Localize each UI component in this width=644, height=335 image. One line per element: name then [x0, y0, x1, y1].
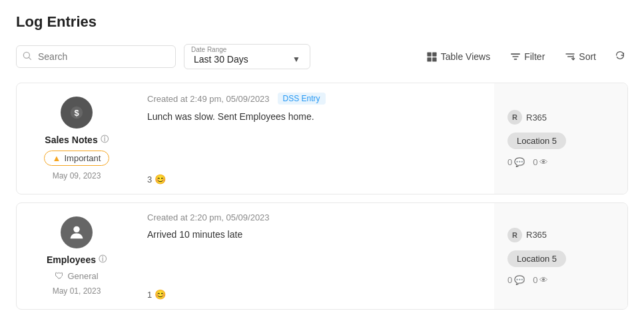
entry-content-2: Arrived 10 minutes late: [147, 229, 483, 240]
table-views-button[interactable]: Table Views: [422, 49, 494, 65]
entry-icon-1: $: [61, 97, 93, 129]
table-views-icon: [426, 51, 438, 63]
views-count-1: 0 👁: [533, 157, 548, 167]
search-icon: [23, 51, 31, 62]
table-views-label: Table Views: [441, 51, 490, 62]
entry-footer-2: 1 😊: [147, 289, 483, 300]
refresh-icon: [615, 50, 625, 61]
dss-badge-1: DSS Entry: [278, 93, 326, 105]
comment-icon-1: 💬: [514, 157, 525, 167]
entry-right-footer-1: 0 💬 0 👁: [507, 157, 548, 167]
r365-badge-1: R R365: [507, 110, 547, 125]
warning-icon: ▲: [53, 153, 61, 163]
svg-point-14: [73, 226, 79, 232]
toolbar-right: Table Views Filter Sort: [422, 47, 628, 66]
location-pill-1[interactable]: Location 5: [507, 133, 566, 149]
r365-circle-2: R: [507, 228, 522, 242]
entry-category-2: Employees ⓘ: [47, 254, 107, 265]
entry-left-1: $ Sales Notes ⓘ ▲ Important May 09, 2023: [17, 83, 137, 194]
reaction-count-1: 3 😊: [147, 174, 166, 184]
sort-button[interactable]: Sort: [561, 49, 600, 65]
general-badge-2: 🛡 General: [55, 270, 98, 281]
sort-icon: [565, 51, 575, 62]
svg-rect-3: [432, 52, 436, 56]
r365-circle-1: R: [507, 110, 522, 125]
info-icon-1[interactable]: ⓘ: [101, 134, 109, 145]
entry-main-2: Created at 2:20 pm, 05/09/2023 Arrived 1…: [137, 203, 494, 309]
comments-count-2: 0 💬: [507, 275, 525, 285]
entry-created-1: Created at 2:49 pm, 05/09/2023: [147, 94, 270, 104]
toolbar: Date Range Last 30 Days ▼ Table Views F: [16, 44, 628, 69]
svg-rect-5: [432, 57, 436, 61]
log-entry-2: Employees ⓘ 🛡 General May 01, 2023 Creat…: [16, 202, 628, 310]
entry-date-2: May 01, 2023: [53, 286, 101, 296]
location-pill-2[interactable]: Location 5: [507, 250, 566, 267]
entry-left-2: Employees ⓘ 🛡 General May 01, 2023: [17, 203, 137, 309]
entry-footer-1: 3 😊: [147, 174, 483, 184]
view-icon-1: 👁: [539, 157, 548, 167]
info-icon-2[interactable]: ⓘ: [99, 254, 107, 265]
page-title: Log Entries: [16, 13, 628, 31]
svg-rect-2: [427, 52, 431, 56]
r365-badge-2: R R365: [507, 228, 547, 242]
svg-line-1: [29, 57, 31, 59]
log-entry-1: $ Sales Notes ⓘ ▲ Important May 09, 2023…: [16, 83, 628, 194]
entry-main-1: Created at 2:49 pm, 05/09/2023 DSS Entry…: [137, 83, 494, 194]
entry-content-1: Lunch was slow. Sent Employees home.: [147, 111, 483, 122]
entries-list: $ Sales Notes ⓘ ▲ Important May 09, 2023…: [16, 83, 628, 310]
entry-right-footer-2: 0 💬 0 👁: [507, 275, 548, 285]
entry-meta-2: Created at 2:20 pm, 05/09/2023: [147, 212, 483, 222]
entry-right-2: R R365 Location 5 0 💬 0 👁: [494, 203, 627, 309]
search-wrapper: [16, 45, 176, 68]
importance-badge-1: ▲ Important: [44, 151, 110, 166]
entry-right-1: R R365 Location 5 0 💬 0 👁: [494, 83, 627, 194]
reaction-count-2: 1 😊: [147, 289, 166, 300]
comment-icon-2: 💬: [514, 275, 525, 285]
date-range-select[interactable]: Date Range Last 30 Days ▼: [184, 44, 310, 69]
view-icon-2: 👁: [539, 275, 548, 285]
emoji-icon-2: 😊: [155, 289, 166, 300]
comments-count-1: 0 💬: [507, 157, 525, 167]
chevron-down-icon: ▼: [292, 55, 300, 64]
entry-icon-2: [61, 216, 93, 248]
emoji-icon-1: 😊: [155, 174, 166, 184]
sort-label: Sort: [579, 51, 596, 62]
entry-meta-1: Created at 2:49 pm, 05/09/2023 DSS Entry: [147, 93, 483, 105]
refresh-button[interactable]: [612, 47, 628, 66]
date-range-value: Last 30 Days: [194, 54, 248, 65]
filter-label: Filter: [524, 51, 545, 62]
entry-category-1: Sales Notes ⓘ: [45, 134, 108, 145]
filter-icon: [510, 52, 521, 61]
filter-button[interactable]: Filter: [506, 49, 549, 65]
entry-created-2: Created at 2:20 pm, 05/09/2023: [147, 212, 270, 222]
svg-text:$: $: [74, 108, 79, 118]
search-input[interactable]: [16, 45, 176, 68]
svg-rect-4: [427, 57, 431, 61]
shield-icon: 🛡: [55, 270, 64, 281]
date-range-label: Date Range: [191, 46, 226, 53]
entry-date-1: May 09, 2023: [53, 171, 101, 180]
views-count-2: 0 👁: [533, 275, 548, 285]
